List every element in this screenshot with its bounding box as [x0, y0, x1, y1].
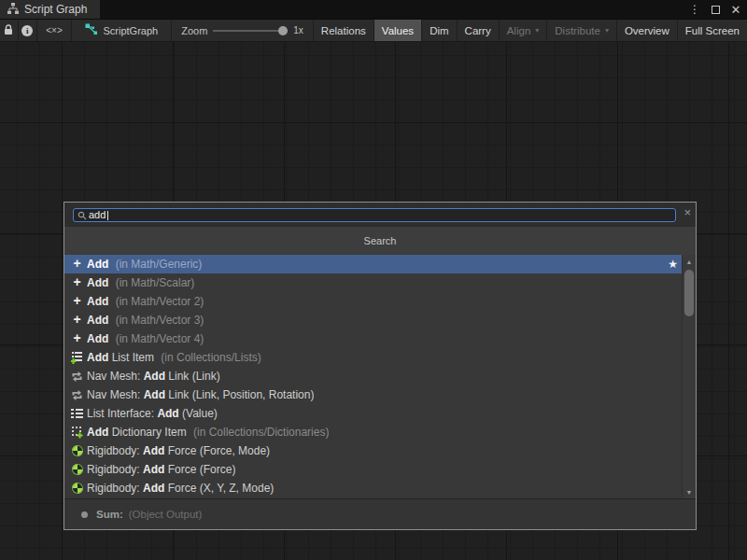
code-button[interactable]: <×>	[37, 20, 73, 41]
result-item-label: Add (in Math/Scalar)	[87, 276, 194, 289]
result-item-label: List Interface: Add (Value)	[87, 407, 218, 420]
result-item[interactable]: +Add (in Math/Vector 3)	[64, 311, 682, 329]
result-item-label: Add (in Math/Vector 3)	[87, 314, 204, 327]
plus-icon: +	[70, 315, 84, 326]
results-header: Search	[64, 227, 696, 255]
result-item[interactable]: Nav Mesh: Add Link (Link, Position, Rota…	[64, 385, 682, 404]
lock-icon	[4, 22, 13, 39]
rigidbody-icon	[70, 483, 84, 494]
list-add-icon	[70, 351, 84, 364]
zoom-control: Zoom 1x	[172, 20, 313, 41]
window-controls: ⋮ ✕	[687, 0, 743, 19]
toolbar-button-values[interactable]: Values	[374, 20, 421, 41]
fuzzy-finder-panel: add × Search +Add (in Math/Generic)★+Add…	[63, 202, 697, 530]
dot-icon	[81, 511, 88, 518]
zoom-slider-knob[interactable]	[278, 26, 288, 35]
scrollbar-thumb[interactable]	[684, 270, 694, 316]
scroll-up-icon[interactable]: ▲	[683, 256, 696, 267]
toolbar-button-align[interactable]: Align▾	[499, 20, 547, 41]
result-item-label: Nav Mesh: Add Link (Link)	[87, 370, 220, 383]
zoom-value: 1x	[293, 25, 303, 35]
result-item[interactable]: Nav Mesh: Add Link (Link)	[64, 367, 682, 385]
result-item-label: Rigidbody: Add Force (Force)	[87, 463, 235, 476]
zoom-label: Zoom	[181, 25, 207, 36]
chevron-down-icon: ▾	[535, 26, 539, 35]
scroll-down-icon[interactable]: ▼	[683, 486, 696, 497]
result-item[interactable]: List Interface: Add (Value)	[64, 404, 682, 423]
list-icon	[70, 408, 84, 419]
result-item[interactable]: Add Dictionary Item (in Collections/Dict…	[64, 423, 682, 441]
maximize-icon[interactable]	[708, 2, 723, 17]
navmesh-icon	[70, 389, 84, 401]
toolbar-button-carry[interactable]: Carry	[457, 20, 499, 41]
toolbar-button-relations[interactable]: Relations	[313, 20, 374, 41]
result-item-label: Rigidbody: Add Force (X, Y, Z, Mode)	[87, 482, 274, 495]
plus-icon: +	[70, 296, 84, 307]
search-query-text: add	[89, 210, 106, 220]
lock-button[interactable]	[0, 20, 19, 41]
result-item-label: Add (in Math/Vector 4)	[87, 332, 204, 345]
results-area: +Add (in Math/Generic)★+Add (in Math/Sca…	[64, 255, 696, 498]
toolbar-button-dim[interactable]: Dim	[421, 20, 456, 41]
script-graph-window: Script Graph ⋮ ✕ i <×>	[0, 0, 747, 560]
tab-script-graph[interactable]: Script Graph	[0, 0, 100, 19]
plus-icon: +	[70, 333, 84, 344]
result-item[interactable]: Rigidbody: Add Force (X, Y, Z, Mode)	[64, 479, 682, 497]
result-item[interactable]: +Add (in Math/Vector 2)	[64, 292, 682, 311]
result-item-label: Nav Mesh: Add Link (Link, Position, Rota…	[87, 388, 314, 401]
zoom-slider-track	[213, 30, 288, 32]
result-item[interactable]: Rigidbody: Add Force (Force)	[64, 460, 682, 479]
title-bar: Script Graph ⋮ ✕	[0, 0, 747, 19]
result-list: +Add (in Math/Generic)★+Add (in Math/Sca…	[64, 255, 682, 497]
menu-icon[interactable]: ⋮	[687, 2, 702, 17]
search-row: add ×	[64, 203, 696, 227]
toolbar-button-distribute[interactable]: Distribute▾	[546, 20, 616, 41]
result-item-label: Add (in Math/Vector 2)	[87, 295, 204, 308]
rigidbody-icon	[70, 464, 84, 475]
toolbar-button-overview[interactable]: Overview	[616, 20, 677, 41]
close-icon[interactable]: ✕	[728, 2, 743, 17]
info-icon: i	[21, 25, 33, 36]
search-icon	[78, 207, 87, 224]
code-icon: <×>	[46, 25, 63, 35]
navmesh-icon	[70, 371, 84, 383]
scriptgraph-icon	[85, 22, 98, 39]
zoom-slider[interactable]	[213, 25, 288, 36]
graph-name-label: ScriptGraph	[103, 25, 158, 36]
result-item[interactable]: +Add (in Math/Vector 4)	[64, 329, 682, 348]
graph-breadcrumb[interactable]: ScriptGraph	[72, 20, 172, 41]
result-item-label: Add List Item (in Collections/Lists)	[87, 351, 261, 364]
graph-hierarchy-icon	[7, 1, 19, 18]
scrollbar[interactable]: ▲ ▼	[682, 255, 696, 498]
footer-port-detail: (Object Output)	[129, 509, 203, 520]
result-item-label: Add Dictionary Item (in Collections/Dict…	[87, 426, 329, 439]
clear-icon[interactable]: ×	[684, 206, 691, 218]
favorite-star-icon[interactable]: ★	[668, 259, 678, 270]
result-item[interactable]: Rigidbody: Add Force (Force, Mode)	[64, 441, 682, 460]
footer-port-label: Sum:	[96, 509, 123, 520]
result-item-label: Add (in Math/Generic)	[87, 258, 202, 271]
toolbar-button-full-screen[interactable]: Full Screen	[677, 20, 747, 41]
text-cursor	[107, 211, 108, 220]
result-item-label: Rigidbody: Add Force (Force, Mode)	[87, 444, 270, 457]
search-input[interactable]: add	[73, 208, 676, 222]
rigidbody-icon	[70, 445, 84, 456]
info-button[interactable]: i	[19, 20, 37, 41]
result-item[interactable]: Add List Item (in Collections/Lists)	[64, 348, 682, 367]
result-item[interactable]: +Add (in Math/Scalar)	[64, 273, 682, 292]
graph-toolbar: i <×> ScriptGraph Zoom 1x	[0, 19, 747, 42]
plus-icon: +	[70, 277, 84, 288]
toolbar-buttons: RelationsValuesDimCarryAlign▾Distribute▾…	[313, 20, 747, 41]
chevron-down-icon: ▾	[605, 26, 609, 35]
plus-icon: +	[70, 259, 84, 270]
tab-title: Script Graph	[24, 3, 87, 16]
result-item[interactable]: +Add (in Math/Generic)★	[64, 255, 682, 273]
dict-add-icon	[70, 426, 84, 439]
finder-footer: Sum: (Object Output)	[64, 498, 696, 529]
